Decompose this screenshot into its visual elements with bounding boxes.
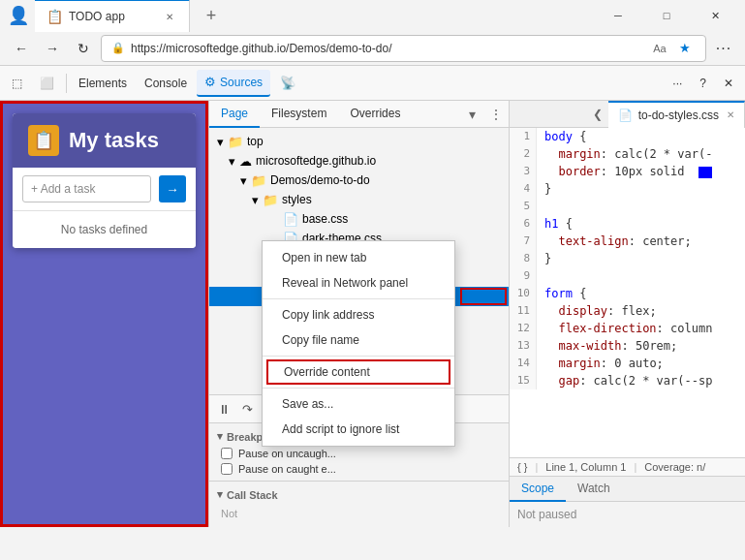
device-icon: ⬜: [40, 77, 54, 90]
browser-tab[interactable]: 📋 TODO app ✕: [35, 0, 190, 32]
window-close-button[interactable]: ✕: [693, 0, 737, 31]
title-bar-left: 👤: [8, 5, 29, 26]
scope-tab[interactable]: Scope: [510, 477, 566, 502]
code-line-8: 8 }: [510, 250, 745, 267]
add-task-button[interactable]: →: [159, 175, 186, 202]
read-mode-icon[interactable]: Aa: [649, 38, 670, 59]
ctx-reveal-network[interactable]: Reveal in Network panel: [263, 270, 454, 296]
pause-button[interactable]: ⏸: [213, 398, 234, 420]
profile-icon[interactable]: 👤: [8, 5, 29, 26]
breakpoint-caught-checkbox[interactable]: [221, 463, 233, 475]
app-container: 📋 My tasks + Add a task → No tasks defin…: [13, 113, 196, 248]
editor-tab-close-button[interactable]: ✕: [727, 109, 734, 120]
breakpoint-uncaught: Pause on uncaugh...: [209, 446, 509, 461]
devtools-toolbar: ⬚ ⬜ Elements Console ⚙ Sources 📡 ··· ? ✕: [0, 66, 745, 101]
tree-item-base-css[interactable]: 📄 base.css: [209, 209, 509, 229]
browser-menu-button[interactable]: ···: [710, 35, 737, 62]
ctx-save-as[interactable]: Save as...: [263, 391, 454, 417]
inspect-element-button[interactable]: ⬚: [4, 70, 30, 97]
chevron-down-icon: ▾: [217, 135, 224, 149]
arrow-right-icon: →: [166, 182, 178, 197]
editor-tab-styles[interactable]: 📄 to-do-styles.css ✕: [608, 101, 745, 128]
code-line-15: 15 gap: calc(2 * var(--sp: [510, 372, 745, 389]
status-separator: |: [535, 461, 538, 473]
collapse-panel-button[interactable]: ❮: [587, 101, 608, 128]
network-tab-button[interactable]: 📡: [272, 70, 303, 97]
tree-item-demos[interactable]: ▾ 📁 Demos/demo-to-do: [209, 171, 509, 190]
css-file-icon: 📄: [283, 212, 298, 227]
code-line-5: 5: [510, 198, 745, 215]
more-tools-button[interactable]: ···: [665, 70, 690, 97]
wifi-icon: 📡: [280, 76, 295, 90]
not-paused-text: Not: [209, 504, 509, 523]
breakpoint-uncaught-checkbox[interactable]: [221, 448, 233, 459]
forward-button[interactable]: →: [39, 35, 66, 62]
tree-item-top[interactable]: ▾ 📁 top: [209, 132, 509, 151]
tree-item-domain[interactable]: ▾ ☁ microsoftedge.github.io: [209, 151, 509, 171]
title-bar: 👤 📋 TODO app ✕ + ─ □ ✕: [0, 0, 745, 31]
ctx-ignore-list[interactable]: Add script to ignore list: [263, 417, 454, 442]
chevron-down-icon: ▾: [229, 154, 235, 169]
ctx-copy-filename[interactable]: Copy file name: [263, 327, 454, 353]
console-tab-button[interactable]: Console: [137, 70, 195, 97]
page-preview: 📋 My tasks + Add a task → No tasks defin…: [0, 101, 208, 527]
inspect-icon: ⬚: [12, 77, 22, 90]
page-tab[interactable]: Page: [209, 101, 260, 128]
add-task-input[interactable]: + Add a task: [22, 175, 151, 202]
address-bar: ← → ↻ 🔒 https://microsoftedge.github.io/…: [0, 31, 745, 66]
ctx-override-content[interactable]: Override content: [266, 359, 450, 385]
tree-item-styles[interactable]: ▾ 📁 styles: [209, 190, 509, 209]
tab-title: TODO app: [69, 10, 156, 23]
sources-tab-button[interactable]: ⚙ Sources: [197, 70, 270, 97]
app-header: 📋 My tasks: [13, 113, 196, 168]
filesystem-tab[interactable]: Filesystem: [260, 101, 338, 128]
elements-tab-button[interactable]: Elements: [71, 70, 135, 97]
code-line-3: 3 border: 10px solid: [510, 163, 745, 180]
back-button[interactable]: ←: [8, 35, 35, 62]
not-paused-message: Not paused: [510, 502, 745, 527]
ctx-open-new-tab[interactable]: Open in new tab: [263, 245, 454, 270]
step-over-button[interactable]: ↷: [236, 398, 258, 420]
braces-icon: { }: [517, 461, 527, 473]
ctx-separator-2: [263, 356, 454, 357]
device-emulation-button[interactable]: ⬜: [32, 70, 62, 97]
breakpoint-caught: Pause on caught e...: [209, 461, 509, 477]
minimize-button[interactable]: ─: [596, 0, 640, 31]
no-tasks-text: No tasks defined: [13, 211, 196, 248]
css-file-icon: 📄: [618, 109, 633, 122]
breakpoint-uncaught-label: Pause on uncaugh...: [238, 448, 336, 459]
address-input[interactable]: 🔒 https://microsoftedge.github.io/Demos/…: [101, 35, 706, 62]
call-stack-header[interactable]: ▾ Call Stack: [209, 485, 509, 504]
coverage-text: Coverage: n/: [644, 461, 705, 473]
overrides-tab[interactable]: Overrides: [338, 101, 412, 128]
code-line-4: 4 }: [510, 180, 745, 198]
tree-label-demos: Demos/demo-to-do: [270, 173, 370, 187]
code-line-6: 6 h1 {: [510, 215, 745, 233]
close-devtools-button[interactable]: ✕: [716, 70, 741, 97]
code-line-13: 13 max-width: 50rem;: [510, 337, 745, 355]
code-editor[interactable]: 1 body { 2 margin: calc(2 * var(- 3 bord…: [510, 128, 745, 457]
tab-settings-button[interactable]: ⋮: [483, 101, 509, 128]
new-tab-button[interactable]: +: [196, 0, 227, 31]
status-separator-2: |: [634, 461, 636, 473]
watch-tab[interactable]: Watch: [566, 477, 622, 502]
tree-label-top: top: [247, 135, 264, 148]
address-bar-icons: Aa ★: [649, 38, 696, 59]
code-line-14: 14 margin: 0 auto;: [510, 355, 745, 372]
favorite-icon[interactable]: ★: [674, 38, 696, 59]
toolbar-separator: [66, 74, 67, 93]
ctx-separator-3: [263, 388, 454, 389]
tab-close-button[interactable]: ✕: [162, 9, 177, 24]
refresh-button[interactable]: ↻: [70, 35, 97, 62]
maximize-button[interactable]: □: [644, 0, 689, 31]
code-lines: 1 body { 2 margin: calc(2 * var(- 3 bord…: [510, 128, 745, 389]
tree-label-base-css: base.css: [302, 212, 348, 226]
ctx-copy-link[interactable]: Copy link address: [263, 302, 454, 327]
sources-gear-icon: ⚙: [204, 75, 216, 89]
help-button[interactable]: ?: [692, 70, 714, 97]
editor-tab-filename: to-do-styles.css: [638, 109, 719, 122]
add-task-placeholder: + Add a task: [31, 182, 95, 196]
more-tabs-button[interactable]: ▾: [461, 101, 483, 128]
chevron-down-icon: ▾: [240, 173, 247, 188]
add-task-bar: + Add a task →: [13, 168, 196, 211]
